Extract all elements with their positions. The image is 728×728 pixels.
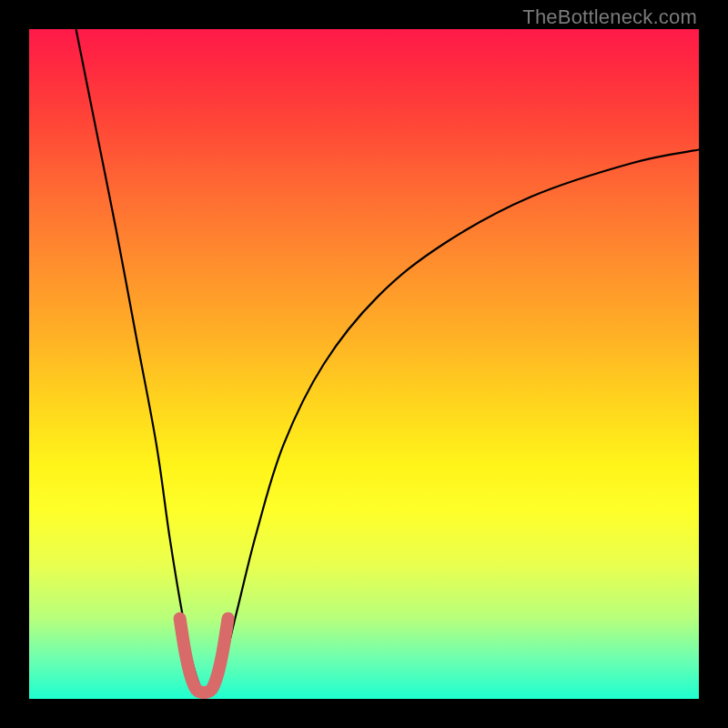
attribution-text: TheBottleneck.com bbox=[522, 5, 697, 29]
chart-frame: TheBottleneck.com bbox=[0, 0, 728, 728]
plot-area bbox=[29, 29, 699, 699]
optimal-band-path bbox=[180, 619, 228, 693]
bottleneck-curve-path bbox=[76, 29, 699, 696]
chart-svg bbox=[29, 29, 699, 699]
